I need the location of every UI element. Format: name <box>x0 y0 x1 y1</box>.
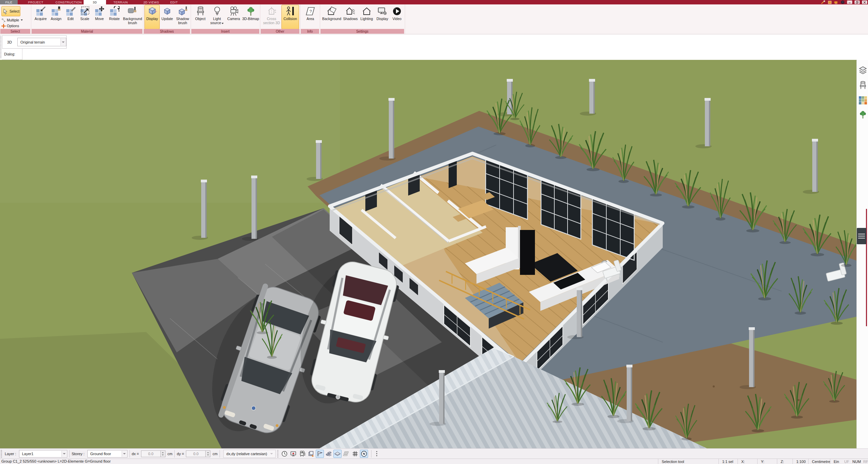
maximize-button[interactable] <box>854 0 860 4</box>
tab-file[interactable]: FILE <box>0 0 18 4</box>
layer-label: Layer : <box>5 452 16 456</box>
coordinate-mode-button[interactable]: dx,dy (relative cartesian) <box>223 450 276 458</box>
grid-icon[interactable] <box>351 450 359 458</box>
acquire-button[interactable]: Acquire <box>33 5 49 29</box>
side-panel <box>856 60 868 448</box>
tab-construction[interactable]: CONSTRUCTION <box>54 0 84 4</box>
insert-3d-bitmap-button[interactable]: 3D-Bitmap <box>242 5 260 29</box>
state-indicator[interactable]: Ein <box>830 459 843 464</box>
north-icon[interactable]: N <box>360 450 368 458</box>
edit-material-button[interactable]: Edit <box>64 5 77 29</box>
ribbon-group-shadows: Display Update Shadow brush Shadows <box>143 4 191 34</box>
update-shadows-button[interactable]: Update <box>160 5 174 29</box>
storey-select[interactable]: Ground floor <box>87 450 127 458</box>
scale-indicator[interactable]: 1:100 <box>793 459 808 464</box>
indicator-num[interactable]: NUM <box>852 459 863 464</box>
chevron-down-icon <box>222 23 224 24</box>
cube-brush-icon <box>177 6 188 16</box>
zoom-indicator[interactable]: 1:1 sel <box>718 459 737 464</box>
layers-add-icon[interactable] <box>307 450 315 458</box>
svg-text:N: N <box>363 452 365 455</box>
dy-stepper[interactable] <box>206 450 210 457</box>
toolbar-grip[interactable] <box>1 450 2 458</box>
plants-icon[interactable] <box>858 110 867 119</box>
bricks-icon[interactable] <box>325 450 333 458</box>
coord-x: X: <box>737 459 757 464</box>
package-icon[interactable] <box>828 0 832 4</box>
shadows-house-icon <box>345 6 355 16</box>
panel-expand-grip[interactable] <box>857 228 866 244</box>
cross-section-3d-button[interactable]: Cross section 3D <box>262 5 281 29</box>
ribbon-group-other: Cross section 3D Collision Other <box>260 4 300 34</box>
material-acquire-icon <box>36 6 46 16</box>
display-shadows-button[interactable]: Display <box>144 5 160 29</box>
ribbon-group-settings: Background Shadows Lighting Display <box>320 4 405 34</box>
unit-indicator[interactable]: Centimetre <box>808 459 830 464</box>
shop-icon[interactable] <box>834 0 838 4</box>
tab-edit[interactable]: EDIT <box>167 0 181 4</box>
options-button[interactable]: Options <box>1 23 19 29</box>
toolbar-grip[interactable] <box>0 36 1 59</box>
assign-button[interactable]: Assign <box>49 5 64 29</box>
material-edit-icon <box>66 6 76 16</box>
toolbar-overflow-grip[interactable] <box>376 451 378 457</box>
group-label-settings: Settings <box>320 29 404 34</box>
settings-lighting-button[interactable]: Lighting <box>359 5 375 29</box>
multiple-button[interactable]: Multiple <box>1 17 23 23</box>
tab-project[interactable]: PROJECT <box>18 0 54 4</box>
tools-icon[interactable] <box>821 0 826 4</box>
settings-background-button[interactable]: Background <box>322 5 342 29</box>
select-button[interactable]: Select <box>1 6 20 16</box>
chevron-down-icon <box>122 451 127 457</box>
surface-icon[interactable] <box>333 450 342 458</box>
viewport-3d[interactable] <box>0 60 856 448</box>
material-background-brush-icon <box>127 6 138 16</box>
flag-icon[interactable] <box>316 450 324 458</box>
display-capture-icon[interactable] <box>289 450 297 458</box>
shadow-brush-button[interactable]: Shadow brush <box>175 5 191 29</box>
indicator-uf[interactable]: UF <box>843 459 852 464</box>
sheets-icon[interactable] <box>342 450 350 458</box>
settings-shadows-button[interactable]: Shadows <box>342 5 359 29</box>
insert-object-button[interactable]: Object <box>192 5 208 29</box>
background-brush-button[interactable]: Background brush <box>122 5 143 29</box>
close-button[interactable] <box>862 0 867 4</box>
settings-video-button[interactable]: Video <box>390 5 404 29</box>
dx-stepper[interactable] <box>161 450 166 457</box>
rotate-button[interactable]: Rotate <box>107 5 122 29</box>
layers-icon[interactable] <box>858 66 867 75</box>
tab-3d[interactable]: 3D <box>84 0 106 4</box>
settings-display-button[interactable]: Display <box>375 5 390 29</box>
status-bar: Group C1_2 525/550 <unknown> L=2D-Elemen… <box>0 459 868 464</box>
move-button[interactable]: Move <box>92 5 107 29</box>
dx-input[interactable]: 0.0 <box>141 450 161 457</box>
background-house-icon <box>327 6 337 16</box>
chevron-down-icon <box>21 19 23 21</box>
material-scale-icon <box>80 6 90 16</box>
terrain-select[interactable]: Original terrain <box>17 38 66 46</box>
insert-camera-button[interactable]: Camera <box>226 5 242 29</box>
minimize-button[interactable] <box>847 0 852 4</box>
scene-3d <box>0 60 856 448</box>
materials-icon[interactable] <box>858 96 867 105</box>
layer-select[interactable]: Layer1 <box>19 450 67 458</box>
collision-button[interactable]: Collision <box>281 5 299 29</box>
help-icon[interactable]: ? <box>840 0 845 4</box>
area-button[interactable]: ? Area <box>301 5 319 29</box>
scale-button[interactable]: Scale <box>77 5 92 29</box>
ribbon-tab-bar: FILE PROJECT CONSTRUCTION 3D TERRAIN 2D … <box>0 0 868 4</box>
tab-terrain[interactable]: TERRAIN <box>106 0 135 4</box>
tab-2d-views[interactable]: 2D VIEWS <box>135 0 167 4</box>
insert-light-source-button[interactable]: Light source <box>208 5 226 29</box>
clock-icon[interactable] <box>280 450 289 458</box>
indicator-rf[interactable]: RF <box>863 459 868 464</box>
dy-input[interactable]: 0.0 <box>186 450 206 457</box>
chair-icon <box>195 6 206 16</box>
material-move-icon <box>94 6 105 16</box>
multi-select-icon <box>1 18 6 22</box>
material-rotate-icon <box>109 6 120 16</box>
furniture-icon[interactable] <box>858 81 867 90</box>
video-camera-icon[interactable] <box>298 450 306 458</box>
ribbon: Select Multiple Options Select Acquire <box>0 4 868 34</box>
dy-label: dy = <box>177 452 184 456</box>
